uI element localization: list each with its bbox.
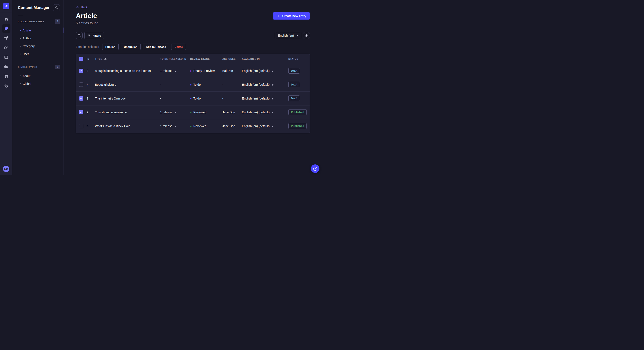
stage-dot-icon xyxy=(190,98,192,99)
cell-available-in[interactable]: English (en) (default) xyxy=(242,105,288,119)
view-settings-gear-icon[interactable] xyxy=(303,32,310,39)
delete-button[interactable]: Delete xyxy=(171,44,186,50)
status-badge: Published xyxy=(288,123,307,129)
help-button[interactable]: ? xyxy=(311,164,320,173)
home-icon[interactable] xyxy=(2,15,10,23)
content-type-builder-layout-icon[interactable] xyxy=(2,53,10,61)
table-row-3[interactable]: 3 A bug is becoming a meme on the intern… xyxy=(76,64,310,78)
search-icon[interactable] xyxy=(76,32,83,39)
chevron-down-icon xyxy=(175,71,176,72)
content-manager-feather-icon[interactable] xyxy=(2,24,10,33)
column-header-review-stage[interactable]: REVIEW STAGE xyxy=(190,54,222,64)
subnav-item-user[interactable]: User xyxy=(12,50,63,58)
subnav-item-about[interactable]: About xyxy=(12,72,63,80)
cell-available-in[interactable]: English (en) (default) xyxy=(242,119,288,133)
locale-selected-value: English (en) xyxy=(278,34,294,37)
cell-assignee: Jane Doe xyxy=(222,119,242,133)
cell-available-in[interactable]: English (en) (default) xyxy=(242,64,288,78)
cell-available-in[interactable]: English (en) (default) xyxy=(242,78,288,91)
column-header-status[interactable]: STATUS xyxy=(288,54,310,64)
back-link[interactable]: Back xyxy=(76,5,88,9)
chevron-down-icon xyxy=(175,126,176,127)
marketplace-cart-icon[interactable] xyxy=(2,72,10,81)
unpublish-button[interactable]: Unpublish xyxy=(121,44,141,50)
sidebar-icon-list xyxy=(2,15,10,90)
subnav-title: Content Manager xyxy=(18,5,50,10)
releases-paper-plane-icon[interactable] xyxy=(2,34,10,42)
cell-id: 5 xyxy=(87,119,95,133)
column-header-id[interactable]: ID xyxy=(87,54,95,64)
back-label: Back xyxy=(81,5,88,9)
cell-release[interactable]: - xyxy=(160,78,190,91)
table-row-1[interactable]: 1 The internet's Own boy - To do - Engli… xyxy=(76,91,310,105)
column-header-assignee[interactable]: ASSIGNEE xyxy=(222,54,242,64)
row-checkbox[interactable] xyxy=(79,69,83,73)
filters-button[interactable]: Filters xyxy=(84,32,104,39)
table-row-5[interactable]: 5 What's inside a Black Hole 1 release R… xyxy=(76,119,310,133)
cell-release[interactable]: - xyxy=(160,91,190,105)
cell-title: The internet's Own boy xyxy=(95,91,160,105)
cell-available-in[interactable]: English (en) (default) xyxy=(242,91,288,105)
cell-title: A bug is becoming a meme on the internet xyxy=(95,64,160,78)
select-all-checkbox[interactable] xyxy=(79,57,83,61)
list-toolbar: Filters English (en) xyxy=(76,32,310,39)
cell-id: 4 xyxy=(87,78,95,91)
stage-dot-icon xyxy=(190,126,192,127)
chevron-down-icon xyxy=(272,98,274,100)
cell-assignee: Kai Doe xyxy=(222,64,242,78)
cell-title: What's inside a Black Hole xyxy=(95,119,160,133)
cell-review-stage: Ready to review xyxy=(190,64,222,78)
subnav-header: Content Manager xyxy=(12,4,63,11)
cell-id: 1 xyxy=(87,91,95,105)
subnav-item-article[interactable]: Article xyxy=(12,26,63,34)
cell-id: 3 xyxy=(87,64,95,78)
cell-release[interactable]: 1 release xyxy=(160,105,190,119)
column-header-available-in[interactable]: AVAILABLE IN xyxy=(242,54,288,64)
subnav-divider xyxy=(18,15,23,15)
row-checkbox[interactable] xyxy=(79,82,83,87)
cell-assignee: - xyxy=(222,91,242,105)
subnav-item-global[interactable]: Global xyxy=(12,80,63,88)
subnav-item-category[interactable]: Category xyxy=(12,42,63,50)
strapi-logo-icon[interactable] xyxy=(3,3,9,9)
settings-gear-icon[interactable] xyxy=(2,82,10,90)
cell-id: 2 xyxy=(87,105,95,119)
user-avatar[interactable]: KD xyxy=(3,166,9,172)
subnav-item-author[interactable]: Author xyxy=(12,34,63,42)
column-header-to-be-released-in[interactable]: TO BE RELEASED IN xyxy=(160,54,190,64)
create-new-entry-button[interactable]: Create new entry xyxy=(273,12,310,19)
cell-review-stage: Reviewed xyxy=(190,119,222,133)
arrow-left-icon xyxy=(76,5,79,9)
entries-table: ID TITLE TO BE RELEASED IN REVIEW STAGE … xyxy=(76,54,310,133)
entries-table-card: ID TITLE TO BE RELEASED IN REVIEW STAGE … xyxy=(76,54,310,133)
sidebar-bottom-divider xyxy=(0,163,12,163)
table-header-row: ID TITLE TO BE RELEASED IN REVIEW STAGE … xyxy=(76,54,310,64)
collection-types-header: COLLECTION TYPES 4 xyxy=(12,18,63,25)
main-nav-sidebar: KD xyxy=(0,0,12,175)
chevron-down-icon xyxy=(272,84,274,86)
chevron-down-icon xyxy=(272,126,274,127)
row-checkbox[interactable] xyxy=(79,124,83,128)
locale-select[interactable]: English (en) xyxy=(275,32,301,39)
row-checkbox[interactable] xyxy=(79,96,83,101)
collection-types-list: Article Author Category User xyxy=(12,26,63,58)
sort-ascending-icon xyxy=(104,58,106,59)
publish-button[interactable]: Publish xyxy=(102,44,118,50)
search-icon[interactable] xyxy=(53,4,60,11)
table-row-4[interactable]: 4 Beautiful picture - To do - English (e… xyxy=(76,78,310,91)
cell-release[interactable]: 1 release xyxy=(160,119,190,133)
deploy-cloud-icon[interactable] xyxy=(2,62,10,71)
row-checkbox[interactable] xyxy=(79,110,83,114)
media-library-images-icon[interactable] xyxy=(2,43,10,52)
toolbar-left: Filters xyxy=(76,32,104,39)
chevron-down-icon xyxy=(296,35,298,36)
single-types-list: About Global xyxy=(12,72,63,88)
single-types-label: SINGLE TYPES xyxy=(18,66,37,68)
bullet-icon xyxy=(20,30,21,31)
table-row-2[interactable]: 2 This shrimp is awesome 1 release Revie… xyxy=(76,105,310,119)
toolbar-right: English (en) xyxy=(275,32,310,39)
column-header-title[interactable]: TITLE xyxy=(95,54,160,64)
single-types-count-badge: 2 xyxy=(55,65,60,69)
cell-release[interactable]: 1 release xyxy=(160,64,190,78)
add-to-release-button[interactable]: Add to Release xyxy=(143,44,169,50)
